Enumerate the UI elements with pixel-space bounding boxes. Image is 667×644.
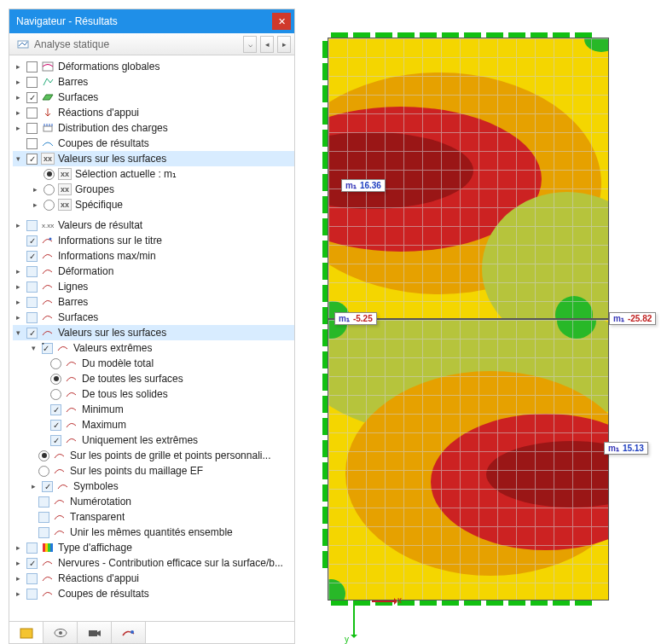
value-tag-top: m₁ 16.36 — [341, 179, 386, 192]
dropdown-icon — [17, 38, 29, 50]
tree-item[interactable]: ▸Lignes — [13, 279, 294, 294]
navigator-panel: Navigateur - Résultats ✕ Analyse statiqu… — [9, 9, 295, 644]
tree-item-values-surfaces[interactable]: ▾ ✓ xx Valeurs sur les surfaces — [13, 151, 294, 166]
tree-item[interactable]: Unir les mêmes quantités ensemble — [13, 525, 294, 540]
next-button[interactable]: ▸ — [277, 36, 291, 53]
tree-item[interactable]: De toutes les surfaces — [13, 371, 294, 386]
results-icon — [122, 628, 136, 638]
surface-2 — [328, 319, 609, 600]
tree-item-vs2[interactable]: ▾✓Valeurs sur les surfaces — [13, 325, 294, 340]
svg-rect-9 — [20, 629, 32, 638]
results-tree[interactable]: ▸ Déformations globales ▸ Barres ▸✓ Surf… — [9, 55, 294, 621]
tree-item[interactable]: ▸✓Symboles — [13, 479, 294, 494]
tree-item-selection[interactable]: xx Sélection actuelle : m₁ — [13, 166, 294, 182]
color-scale-icon — [41, 542, 55, 554]
tree-item[interactable]: ✓Informations max/min — [13, 248, 294, 264]
tree-item[interactable]: Transparent — [13, 509, 294, 525]
tab-results[interactable] — [112, 622, 146, 643]
window-title: Navigateur - Résultats — [16, 15, 118, 27]
value-tag-mid-left: m₁ -5.25 — [334, 312, 377, 325]
tab-project[interactable] — [9, 622, 44, 643]
svg-rect-7 — [48, 543, 50, 552]
tab-camera[interactable] — [78, 622, 112, 643]
tree-item[interactable]: ▸Déformation — [13, 264, 294, 279]
svg-rect-0 — [18, 41, 28, 48]
tree-item[interactable]: Numérotation — [13, 494, 294, 509]
tree-item[interactable]: ▸✓Nervures - Contribution efficace sur l… — [13, 555, 294, 571]
svg-point-13 — [130, 630, 134, 634]
model-canvas[interactable]: m₁ 16.36 m₁ -5.25 m₁ -25.82 m₁ 15.13 x y — [328, 38, 609, 609]
tree-item[interactable]: ✓Uniquement les extrêmes — [13, 432, 294, 448]
titlebar: Navigateur - Résultats ✕ — [9, 9, 294, 33]
svg-rect-8 — [50, 543, 53, 552]
svg-text:x.xx: x.xx — [42, 222, 54, 229]
tree-item[interactable]: ▸Réactions d'appui — [13, 571, 294, 586]
svg-rect-5 — [43, 543, 45, 552]
tree-item-extremes[interactable]: ▾✓▪Valeurs extrêmes — [13, 340, 294, 356]
bottom-tabs — [9, 621, 294, 643]
value-tag-mid-right: m₁ -25.82 — [609, 312, 656, 325]
values-icon: x.xx — [41, 219, 55, 231]
tree-item[interactable]: Sur les points de grille et points perso… — [13, 448, 294, 463]
axis-x-label: x — [397, 595, 402, 605]
dropdown-toggle[interactable]: ⌵ — [243, 36, 257, 53]
axis-y — [353, 606, 355, 636]
radio[interactable] — [44, 169, 55, 180]
tree-item-load-distribution[interactable]: ▸ Distribution des charges — [13, 120, 294, 136]
surface-1 — [328, 38, 609, 319]
tree-item-barres[interactable]: ▸ Barres — [13, 74, 294, 90]
tree-item[interactable]: ✓Informations sur le titre — [13, 233, 294, 248]
info-icon — [41, 235, 55, 247]
tree-item[interactable]: ▸Surfaces — [13, 310, 294, 325]
bars-icon — [41, 76, 55, 88]
deformation-icon — [41, 61, 55, 73]
collapse-icon[interactable]: ▾ — [13, 154, 23, 163]
reactions-icon — [41, 107, 55, 119]
svg-rect-6 — [45, 543, 48, 552]
load-dist-icon — [41, 122, 55, 134]
svg-point-4 — [49, 238, 52, 241]
camera-icon — [88, 628, 102, 638]
svg-rect-2 — [44, 126, 52, 131]
value-tag-bot: m₁ 15.13 — [604, 442, 648, 455]
close-button[interactable]: ✕ — [272, 13, 291, 30]
tree-item[interactable]: ▸Type d'affichage — [13, 540, 294, 555]
tree-item-specifique[interactable]: ▸ xx Spécifique — [13, 197, 294, 212]
tree-item-surfaces[interactable]: ▸✓ Surfaces — [13, 90, 294, 105]
surfaces-icon — [41, 91, 55, 103]
tree-item[interactable]: ✓Minimum — [13, 402, 294, 417]
svg-rect-1 — [43, 62, 53, 71]
eye-icon — [54, 628, 67, 638]
section-icon — [41, 137, 55, 149]
svg-point-11 — [59, 631, 62, 635]
tree-item[interactable]: ▸x.xxValeurs de résultat — [13, 218, 294, 233]
xx-icon: xx — [41, 153, 55, 165]
tree-item-result-sections[interactable]: Coupes de résultats — [13, 136, 294, 151]
tree-item[interactable]: ▸Barres — [13, 294, 294, 310]
axis-y-label: y — [345, 635, 349, 644]
prev-button[interactable]: ◂ — [260, 36, 274, 53]
tree-item[interactable]: ▸Coupes de résultats — [13, 586, 294, 601]
checkbox[interactable] — [26, 61, 38, 73]
tree-item[interactable]: ✓Maximum — [13, 417, 294, 432]
tab-views[interactable] — [44, 622, 78, 643]
expand-icon[interactable]: ▸ — [13, 62, 23, 71]
analysis-mode-dropdown[interactable]: Analyse statique — [13, 36, 240, 53]
tree-item[interactable]: Du modèle total — [13, 356, 294, 371]
axis-x — [372, 600, 396, 602]
mode-label: Analyse statique — [34, 38, 109, 50]
tree-item-reactions[interactable]: ▸ Réactions d'appui — [13, 105, 294, 120]
tree-item-groupes[interactable]: ▸ xx Groupes — [13, 182, 294, 197]
svg-rect-12 — [89, 630, 97, 636]
toolbar: Analyse statique ⌵ ◂ ▸ — [9, 33, 294, 55]
tree-item[interactable]: Sur les points du maillage EF — [13, 463, 294, 479]
tree-item[interactable]: De tous les solides — [13, 386, 294, 402]
tree-item-deformations[interactable]: ▸ Déformations globales — [13, 59, 294, 74]
